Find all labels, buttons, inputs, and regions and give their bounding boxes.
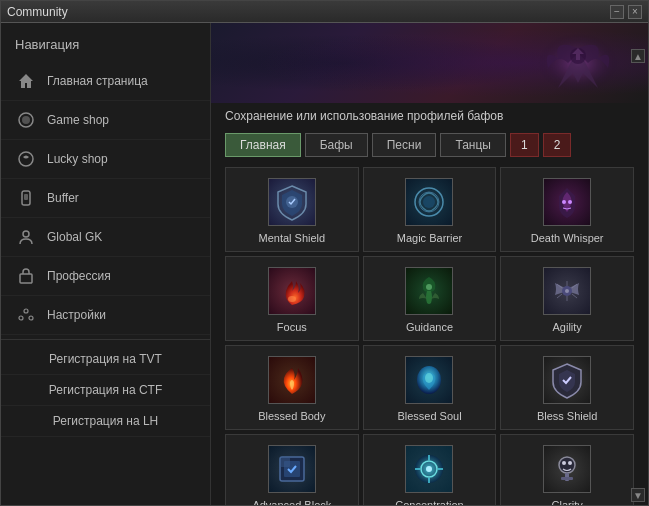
skill-icon-concentration: [405, 445, 453, 493]
sidebar-item-settings[interactable]: Настройки: [1, 296, 210, 335]
scroll-down-button[interactable]: ▼: [631, 488, 645, 502]
svg-marker-0: [19, 74, 33, 88]
sidebar-label-home: Главная страница: [47, 74, 148, 88]
svg-point-24: [425, 373, 433, 383]
skill-icon-guidance: [405, 267, 453, 315]
sidebar-item-game-shop[interactable]: Game shop: [1, 101, 210, 140]
home-icon: [15, 70, 37, 92]
svg-point-6: [23, 231, 29, 237]
skill-name-concentration: Concentration: [395, 499, 464, 506]
svg-point-9: [19, 316, 23, 320]
skill-cell-blessed-body[interactable]: Blessed Body: [225, 345, 359, 430]
skill-icon-mental-shield: [268, 178, 316, 226]
sidebar-item-profession[interactable]: Профессия: [1, 257, 210, 296]
skill-icon-blessed-body: [268, 356, 316, 404]
skill-cell-guidance[interactable]: Guidance: [363, 256, 497, 341]
skill-name-clarity: Clarity: [552, 499, 583, 506]
skill-icon-blessed-soul: [405, 356, 453, 404]
svg-point-17: [562, 200, 566, 204]
skill-icon-magic-barrier: [405, 178, 453, 226]
svg-point-3: [19, 152, 33, 166]
svg-point-18: [568, 200, 572, 204]
skill-name-focus: Focus: [277, 321, 307, 333]
settings-icon: [15, 304, 37, 326]
skill-cell-mental-shield[interactable]: Mental Shield: [225, 167, 359, 252]
svg-point-33: [568, 461, 572, 465]
sidebar-item-lucky-shop[interactable]: Lucky shop: [1, 140, 210, 179]
skill-icon-focus: [268, 267, 316, 315]
sidebar-link-lh[interactable]: Регистрация на LH: [1, 406, 210, 437]
svg-rect-7: [20, 274, 32, 283]
skill-icon-clarity: [543, 445, 591, 493]
close-button[interactable]: ×: [628, 5, 642, 19]
svg-rect-27: [280, 457, 290, 467]
tab-dances[interactable]: Танцы: [440, 133, 506, 157]
skill-cell-bless-shield[interactable]: Bless Shield: [500, 345, 634, 430]
svg-rect-35: [561, 477, 573, 480]
svg-point-16: [423, 196, 435, 208]
skill-cell-concentration[interactable]: Concentration: [363, 434, 497, 505]
skill-cell-magic-barrier[interactable]: Magic Barrier: [363, 167, 497, 252]
game-shop-icon: [15, 109, 37, 131]
main-panel: Сохранение или использование профилей ба…: [211, 23, 648, 505]
global-gk-icon: [15, 226, 37, 248]
sidebar-item-global-gk[interactable]: Global GK: [1, 218, 210, 257]
svg-point-2: [22, 116, 30, 124]
main-content: Навигация Главная страница Game shop: [1, 23, 648, 505]
tab-main[interactable]: Главная: [225, 133, 301, 157]
skill-name-advanced-block: Advanced Block: [252, 499, 331, 506]
info-text: Сохранение или использование профилей ба…: [225, 109, 503, 123]
skill-name-agility: Agility: [552, 321, 581, 333]
minimize-button[interactable]: −: [610, 5, 624, 19]
sidebar-link-tvt[interactable]: Регистрация на TVT: [1, 344, 210, 375]
svg-point-19: [288, 296, 296, 302]
community-window: Community − × Навигация Главная страница: [0, 0, 649, 506]
tab-buffs[interactable]: Бафы: [305, 133, 368, 157]
svg-point-10: [29, 316, 33, 320]
sidebar-label-global-gk: Global GK: [47, 230, 102, 244]
skill-name-death-whisper: Death Whisper: [531, 232, 604, 244]
skill-name-blessed-soul: Blessed Soul: [397, 410, 461, 422]
banner: [211, 23, 648, 103]
tab-songs[interactable]: Песни: [372, 133, 437, 157]
skill-cell-advanced-block[interactable]: Advanced Block: [225, 434, 359, 505]
skill-name-guidance: Guidance: [406, 321, 453, 333]
skill-cell-agility[interactable]: Agility: [500, 256, 634, 341]
lucky-shop-icon: [15, 148, 37, 170]
title-bar: Community − ×: [1, 1, 648, 23]
skill-cell-focus[interactable]: Focus: [225, 256, 359, 341]
skill-name-bless-shield: Bless Shield: [537, 410, 598, 422]
skill-name-blessed-body: Blessed Body: [258, 410, 325, 422]
skill-icon-death-whisper: [543, 178, 591, 226]
buffer-icon: [15, 187, 37, 209]
sidebar-heading: Навигация: [1, 31, 210, 62]
window-controls: − ×: [610, 5, 642, 19]
svg-point-32: [562, 461, 566, 465]
sidebar-label-profession: Профессия: [47, 269, 111, 283]
svg-point-30: [426, 466, 432, 472]
sidebar-link-ctf[interactable]: Регистрация на CTF: [1, 375, 210, 406]
scroll-up-button[interactable]: ▲: [631, 49, 645, 63]
skill-name-mental-shield: Mental Shield: [259, 232, 326, 244]
sidebar-item-home[interactable]: Главная страница: [1, 62, 210, 101]
skill-cell-clarity[interactable]: Clarity: [500, 434, 634, 505]
skill-cell-death-whisper[interactable]: Death Whisper: [500, 167, 634, 252]
skills-grid: Mental Shield Magic Barrier: [211, 163, 648, 505]
sidebar-item-buffer[interactable]: Buffer: [1, 179, 210, 218]
sidebar-label-game-shop: Game shop: [47, 113, 109, 127]
tab-2[interactable]: 2: [543, 133, 572, 157]
svg-point-20: [426, 284, 432, 290]
sidebar-label-buffer: Buffer: [47, 191, 79, 205]
tab-1[interactable]: 1: [510, 133, 539, 157]
window-title: Community: [7, 5, 68, 19]
skill-cell-blessed-soul[interactable]: Blessed Soul: [363, 345, 497, 430]
skill-icon-advanced-block: [268, 445, 316, 493]
sidebar-label-lucky-shop: Lucky shop: [47, 152, 108, 166]
sidebar: Навигация Главная страница Game shop: [1, 23, 211, 505]
skill-icon-agility: [543, 267, 591, 315]
info-bar: Сохранение или использование профилей ба…: [211, 103, 648, 129]
skill-name-magic-barrier: Magic Barrier: [397, 232, 462, 244]
svg-point-22: [565, 289, 569, 293]
svg-point-8: [24, 309, 28, 313]
banner-figure: [528, 28, 628, 98]
